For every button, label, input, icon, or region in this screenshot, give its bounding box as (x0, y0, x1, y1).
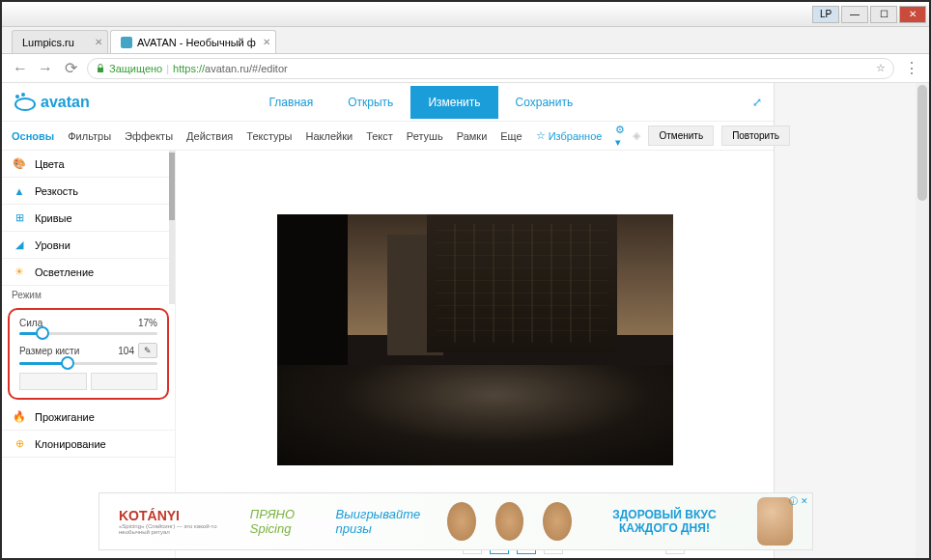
ad-product-icon (543, 502, 572, 541)
gear-icon[interactable]: ⚙ ▾ (615, 124, 625, 149)
strength-value: 17% (138, 318, 157, 328)
tool-retouch[interactable]: Ретушь (407, 130, 443, 142)
star-icon: ☆ (536, 129, 546, 142)
levels-icon: ◢ (12, 238, 27, 253)
forward-button[interactable]: → (37, 60, 54, 77)
logo[interactable]: avatan (14, 93, 90, 112)
eraser-button[interactable]: ✎ (138, 343, 157, 358)
bookmark-icon[interactable]: ☆ (876, 62, 886, 74)
back-button[interactable]: ← (12, 60, 29, 77)
brush-value: 104 (118, 346, 134, 356)
tool-textures[interactable]: Текстуры (246, 130, 292, 142)
sidebar-item-lighten[interactable]: ☀ Осветление (2, 259, 169, 286)
tab-edit[interactable]: Изменить (410, 86, 497, 119)
ad-tagline-2: ЗДОРОВЫЙ ВКУС КАЖДОГО ДНЯ! (591, 508, 738, 535)
close-button[interactable]: ✕ (899, 6, 926, 23)
mode-label: Режим (2, 286, 169, 304)
svg-rect-0 (98, 68, 103, 72)
editor-header: avatan Главная Открыть Изменить Сохранит… (2, 83, 774, 122)
minimize-button[interactable]: — (841, 6, 868, 23)
tool-actions[interactable]: Действия (186, 130, 233, 142)
close-icon[interactable]: ✕ (263, 37, 270, 47)
strength-slider[interactable] (19, 332, 157, 335)
favicon-icon (121, 37, 132, 48)
tab-open[interactable]: Открыть (330, 86, 410, 119)
redo-button[interactable]: Повторить (721, 126, 790, 146)
ad-close-icon[interactable]: ⓘ ✕ (789, 495, 808, 508)
sidebar-item-curves[interactable]: ⊞ Кривые (2, 205, 169, 232)
brush-settings-panel: Сила 17% Размер кисти (8, 308, 169, 400)
secure-badge: Защищено (96, 63, 162, 74)
fullscreen-icon[interactable]: ⤢ (752, 96, 762, 109)
tool-text[interactable]: Текст (366, 130, 393, 142)
svg-point-1 (15, 98, 35, 110)
slider-thumb[interactable] (61, 356, 74, 370)
maximize-button[interactable]: ☐ (870, 6, 897, 23)
logo-icon (14, 93, 37, 112)
tool-stickers[interactable]: Наклейки (306, 130, 353, 142)
url-field[interactable]: Защищено | https://avatan.ru/#/editor ☆ (87, 58, 894, 79)
svg-point-2 (15, 95, 19, 98)
tab-main[interactable]: Главная (252, 86, 331, 119)
canvas-image[interactable] (277, 214, 673, 465)
sidebar-item-sharpness[interactable]: ▲ Резкость (2, 178, 169, 205)
toolbar: Основы Фильтры Эффекты Действия Текстуры… (2, 122, 774, 151)
flame-icon: 🔥 (12, 409, 27, 425)
ad-brand: KOTÁNYI (119, 508, 231, 523)
tab-lumpics[interactable]: Lumpics.ru ✕ (12, 30, 108, 53)
palette-icon: 🎨 (12, 156, 27, 172)
tool-frames[interactable]: Рамки (457, 130, 488, 142)
slider-thumb[interactable] (36, 326, 49, 340)
sidebar-item-clone[interactable]: ⊕ Клонирование (2, 431, 175, 458)
sidebar-item-colors[interactable]: 🎨 Цвета (2, 151, 169, 178)
browser-tabs: Lumpics.ru ✕ AVATAN - Необычный ф ✕ (2, 27, 929, 54)
tool-favorites[interactable]: ☆Избранное (536, 129, 603, 142)
layers-icon[interactable]: ◈ (633, 129, 640, 142)
panel-button-1[interactable] (19, 373, 87, 390)
ad-tagline-1: Выигрывайте призы (336, 507, 428, 536)
tool-basics[interactable]: Основы (12, 130, 54, 142)
undo-button[interactable]: Отменить (648, 126, 714, 146)
reload-button[interactable]: ⟳ (62, 60, 79, 77)
tab-save[interactable]: Сохранить (498, 86, 591, 119)
tool-filters[interactable]: Фильтры (68, 130, 111, 142)
sidebar-scrollbar[interactable] (169, 151, 175, 304)
address-bar: ← → ⟳ Защищено | https://avatan.ru/#/edi… (2, 54, 929, 83)
lock-icon (96, 64, 105, 73)
tab-label: Lumpics.ru (22, 37, 74, 48)
lp-badge: LP (812, 6, 839, 23)
sidebar-item-burn[interactable]: 🔥 Прожигание (2, 404, 175, 431)
panel-button-2[interactable] (91, 373, 158, 390)
ad-banner[interactable]: ⓘ ✕ KOTÁNYI «Spicing» (Спайсинг) — это к… (99, 492, 813, 550)
tool-more[interactable]: Еще (500, 130, 522, 142)
svg-point-3 (21, 93, 25, 97)
triangle-icon: ▲ (12, 183, 27, 199)
ad-spice-label: ПРЯНО Spicing (250, 507, 317, 536)
window-titlebar: LP — ☐ ✕ (2, 2, 929, 27)
tool-effects[interactable]: Эффекты (125, 130, 173, 142)
tab-label: AVATAN - Необычный ф (137, 37, 256, 48)
brush-label: Размер кисти (19, 346, 79, 356)
sidebar-item-levels[interactable]: ◢ Уровни (2, 232, 169, 259)
grid-icon: ⊞ (12, 210, 27, 226)
ad-product-icon (495, 502, 524, 541)
sun-icon: ☀ (12, 265, 27, 280)
ad-person-image (757, 497, 793, 546)
ad-product-icon (447, 502, 476, 541)
tab-avatan[interactable]: AVATAN - Необычный ф ✕ (110, 30, 276, 53)
stamp-icon: ⊕ (12, 436, 27, 452)
brush-slider[interactable] (19, 362, 157, 365)
close-icon[interactable]: ✕ (95, 37, 102, 47)
menu-button[interactable]: ⋮ (904, 59, 919, 77)
page-scrollbar[interactable] (916, 83, 929, 558)
